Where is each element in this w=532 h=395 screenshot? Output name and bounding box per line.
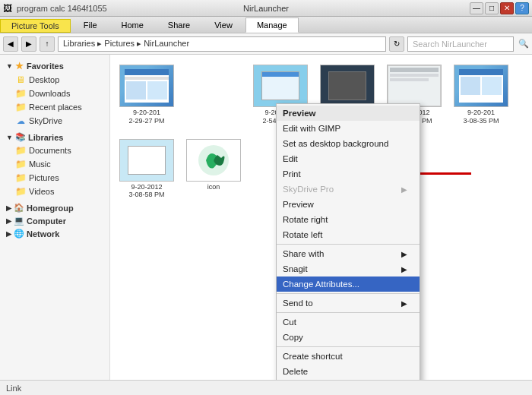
status-bar: Link xyxy=(0,380,532,395)
sidebar-item-desktop[interactable]: 🖥 Desktop xyxy=(0,73,109,87)
title-bar: 🖼 program calc 1464f1055 NirLauncher — □… xyxy=(0,0,532,17)
sidebar-item-videos[interactable]: 📁 Videos xyxy=(0,185,109,198)
sidebar-section-homegroup[interactable]: ▶ 🏠 Homegroup xyxy=(0,201,109,214)
ctx-item-snagit[interactable]: Snagit ▶ xyxy=(277,261,420,276)
thumbnail-item[interactable]: icon xyxy=(183,135,244,204)
close-button[interactable]: ✕ xyxy=(500,2,514,14)
sidebar-section-libraries[interactable]: ▼ 📚 Libraries xyxy=(0,131,109,144)
title-bar-left: 🖼 program calc 1464f1055 xyxy=(3,3,107,14)
ctx-item-send-to[interactable]: Send to ▶ xyxy=(277,295,420,311)
thumbnail-image xyxy=(253,65,308,107)
address-bar: ◀ ▶ ↑ Libraries ▸ Pictures ▸ NirLauncher… xyxy=(0,33,532,55)
ctx-item-print[interactable]: Print xyxy=(277,166,420,182)
window-title: NirLauncher xyxy=(243,4,289,13)
thumbnail-item[interactable]: 9-20-20123-08-58 PM xyxy=(116,135,177,204)
sidebar-item-downloads[interactable]: 📁 Downloads xyxy=(0,87,109,100)
sidebar-section-network[interactable]: ▶ 🌐 Network xyxy=(0,227,109,240)
search-icon: 🔍 xyxy=(518,39,529,49)
ctx-item-edit[interactable]: Edit xyxy=(277,151,420,166)
refresh-button[interactable]: ↻ xyxy=(389,36,404,52)
chevron-down-icon: ▼ xyxy=(6,134,13,141)
ctx-item-rotate-left[interactable]: Rotate left xyxy=(277,227,420,242)
sidebar-item-label: Videos xyxy=(29,187,54,196)
ribbon-tab-picture-tools[interactable]: Picture Tools xyxy=(0,19,71,33)
sidebar-item-documents[interactable]: 📁 Documents xyxy=(0,144,109,157)
recent-icon: 📁 xyxy=(15,102,26,112)
ctx-item-edit-gimp[interactable]: Edit with GIMP xyxy=(277,121,420,136)
thumbnail-image xyxy=(320,65,375,107)
ctx-item-delete[interactable]: Delete xyxy=(277,364,420,379)
minimize-button[interactable]: — xyxy=(470,2,483,14)
thumbnail-item[interactable]: 9-20-2013-08-35 PM xyxy=(451,61,511,129)
documents-icon: 📁 xyxy=(15,145,26,156)
thumbnail-image xyxy=(454,65,508,107)
ribbon-tab-manage[interactable]: Manage xyxy=(245,17,299,33)
thumbnail-spacer xyxy=(183,61,244,129)
favorites-star-icon: ★ xyxy=(15,61,24,71)
sidebar-item-skydrive[interactable]: ☁ SkyDrive xyxy=(0,114,109,128)
ribbon-tab-share[interactable]: Share xyxy=(157,17,201,33)
context-menu: Preview Edit with GIMP Set as desktop ba… xyxy=(276,103,420,380)
network-label: Network xyxy=(27,229,59,239)
app-icon: 🖼 xyxy=(3,3,12,14)
sidebar-item-label: Documents xyxy=(29,146,71,155)
sidebar-item-music[interactable]: 📁 Music xyxy=(0,157,109,171)
up-button[interactable]: ↑ xyxy=(40,36,55,52)
computer-label: Computer xyxy=(27,216,66,226)
thumbnail-item[interactable]: 9-20-2012-29-27 PM xyxy=(116,61,177,129)
program-name: program calc 1464f1055 xyxy=(17,4,107,13)
submenu-arrow-icon: ▶ xyxy=(401,299,407,308)
ctx-item-preview[interactable]: Preview xyxy=(277,197,420,212)
address-path[interactable]: Libraries ▸ Pictures ▸ NirLauncher xyxy=(58,36,386,52)
ctx-item-copy[interactable]: Copy xyxy=(277,330,420,345)
pictures-icon: 📁 xyxy=(15,172,26,183)
homegroup-icon: 🏠 xyxy=(14,203,24,213)
submenu-arrow-icon: ▶ xyxy=(401,265,407,273)
chevron-right-icon: ▶ xyxy=(6,204,11,212)
maximize-button[interactable]: □ xyxy=(485,2,499,14)
sidebar-section-computer[interactable]: ▶ 💻 Computer xyxy=(0,214,109,227)
submenu-arrow-icon: ▶ xyxy=(401,185,407,194)
ctx-item-cut[interactable]: Cut xyxy=(277,314,420,330)
sidebar-item-label: Downloads xyxy=(29,89,70,98)
desktop-icon: 🖥 xyxy=(15,74,26,85)
computer-icon: 💻 xyxy=(14,216,24,226)
ctx-item-rename[interactable]: Rename xyxy=(277,379,420,380)
sidebar-item-label: Recent places xyxy=(29,103,82,112)
sidebar-item-pictures[interactable]: 📁 Pictures xyxy=(0,171,109,185)
libraries-label: Libraries xyxy=(28,133,63,142)
ribbon-tab-home[interactable]: Home xyxy=(110,17,155,33)
ctx-item-share-with[interactable]: Share with ▶ xyxy=(277,246,420,261)
content-area: 9-20-2012-29-27 PM 9-20-20122-54-20 PM xyxy=(110,55,532,380)
chevron-right-icon: ▶ xyxy=(6,230,11,238)
help-button[interactable]: ? xyxy=(515,2,529,14)
forward-button[interactable]: ▶ xyxy=(21,36,36,52)
ribbon-tabs: Picture Tools File Home Share View Manag… xyxy=(0,17,532,33)
submenu-arrow-icon: ▶ xyxy=(401,250,407,258)
ctx-item-create-shortcut[interactable]: Create shortcut xyxy=(277,349,420,364)
ctx-separator xyxy=(277,244,420,245)
ctx-separator xyxy=(277,346,420,347)
downloads-icon: 📁 xyxy=(15,88,26,99)
thumbnail-label: icon xyxy=(186,183,241,191)
music-icon: 📁 xyxy=(15,159,26,169)
favorites-label: Favorites xyxy=(27,62,64,71)
skydrive-icon: ☁ xyxy=(15,115,26,126)
status-text: Link xyxy=(6,384,21,393)
sidebar-section-favorites[interactable]: ▼ ★ Favorites xyxy=(0,59,109,73)
thumbnail-label: 9-20-2013-08-35 PM xyxy=(454,109,508,125)
ctx-item-preview-header[interactable]: Preview xyxy=(277,106,420,121)
ribbon-tab-view[interactable]: View xyxy=(203,17,244,33)
chevron-down-icon: ▼ xyxy=(6,62,13,70)
search-box[interactable]: Search NirLauncher xyxy=(407,36,514,52)
title-bar-controls: — □ ✕ ? xyxy=(470,2,529,14)
sidebar-item-recent[interactable]: 📁 Recent places xyxy=(0,100,109,114)
ctx-item-change-attributes[interactable]: Change Attributes... xyxy=(277,276,420,292)
ctx-item-skydrive-pro[interactable]: SkyDrive Pro ▶ xyxy=(277,182,420,197)
back-button[interactable]: ◀ xyxy=(3,36,18,52)
ctx-separator xyxy=(277,312,420,313)
ctx-item-rotate-right[interactable]: Rotate right xyxy=(277,212,420,227)
ribbon-tab-file[interactable]: File xyxy=(72,17,109,33)
chevron-right-icon: ▶ xyxy=(6,217,11,225)
ctx-item-set-desktop[interactable]: Set as desktop background xyxy=(277,136,420,151)
